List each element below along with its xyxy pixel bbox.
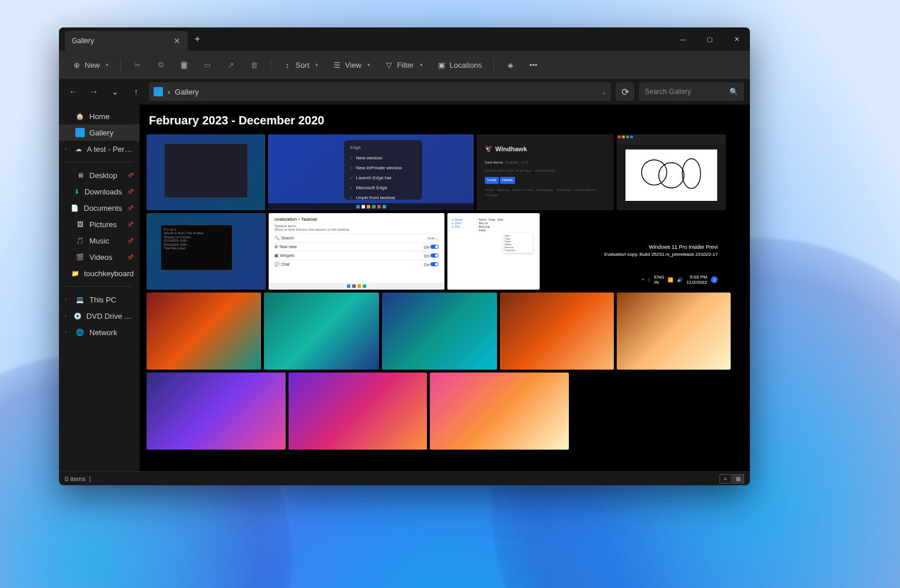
pin-icon: 📌 xyxy=(127,254,134,260)
gallery-icon xyxy=(75,128,85,137)
windhawk-label: Windhawk xyxy=(495,145,527,152)
refresh-button[interactable]: ⟳ xyxy=(616,82,634,101)
forward-button[interactable]: → xyxy=(86,83,102,100)
chevron-right-icon[interactable]: › xyxy=(65,329,71,335)
chevron-right-icon[interactable]: › xyxy=(65,146,70,152)
context-menu-item: New InPrivate window xyxy=(344,163,422,172)
gallery-thumb[interactable] xyxy=(382,293,497,370)
toolbar: ⊕ New ✂ ⧉ 📋 ▭ ↗ 🗑 ↕ Sort ☰ View ▽ Filter… xyxy=(59,51,750,79)
home-label: Home xyxy=(89,112,110,121)
gallery-group-title: February 2023 - December 2020 xyxy=(149,114,745,127)
copy-button[interactable]: ⧉ xyxy=(150,57,171,73)
plus-circle-icon: ⊕ xyxy=(72,60,81,69)
notification-badge: 2 xyxy=(711,276,718,283)
trash-icon: 🗑 xyxy=(249,60,259,69)
music-icon: 🎵 xyxy=(75,236,85,245)
gallery-thumb[interactable] xyxy=(617,293,731,370)
more-button[interactable]: ••• xyxy=(523,57,543,73)
chevron-right-icon[interactable]: › xyxy=(65,313,69,319)
sidebar-item-videos[interactable]: 🎬 Videos 📌 xyxy=(59,249,140,265)
gallery-thumb[interactable]: onalization › Taskbar Taskbar itemsShow … xyxy=(269,213,444,290)
gallery-content: February 2023 - December 2020 Edge New w… xyxy=(140,105,750,471)
recent-button[interactable]: ⌄ xyxy=(107,83,123,100)
tab-close-icon[interactable]: ✕ xyxy=(173,36,180,46)
sort-icon: ↕ xyxy=(283,60,292,69)
new-button[interactable]: ⊕ New xyxy=(66,57,114,73)
tab-gallery[interactable]: Gallery ✕ xyxy=(65,31,187,51)
divider xyxy=(66,162,133,162)
phone-link-button[interactable]: ◈ xyxy=(500,57,521,73)
gallery-thumb[interactable] xyxy=(147,134,265,210)
gallery-thumb[interactable]: Edge New window New InPrivate window Lau… xyxy=(268,134,474,210)
divider xyxy=(66,286,133,287)
close-button[interactable]: ✕ xyxy=(723,27,750,51)
dvd-label: DVD Drive (D:) CCC xyxy=(86,312,134,321)
disc-icon: 💿 xyxy=(74,311,82,321)
sidebar-item-pictures[interactable]: 🖼 Pictures 📌 xyxy=(59,216,140,232)
sidebar-item-music[interactable]: 🎵 Music 📌 xyxy=(59,232,140,249)
chevron-down-icon[interactable]: ⌄ xyxy=(602,89,606,95)
chevron-right-icon[interactable]: › xyxy=(65,297,71,302)
gallery-thumb[interactable] xyxy=(617,134,726,210)
watermark-line1: Windows 11 Pro Insider Previ xyxy=(604,243,718,251)
gallery-thumb[interactable] xyxy=(264,293,379,370)
sidebar-item-documents[interactable]: 📄 Documents 📌 xyxy=(59,200,140,216)
gallery-thumb[interactable]: ▸ Home▸ Docs▸ Pics Name · Date · Sizefil… xyxy=(447,213,540,290)
documents-label: Documents xyxy=(84,204,122,213)
divider xyxy=(120,58,121,71)
sidebar-item-touchkeyboard[interactable]: 📁 touchkeyboard xyxy=(59,265,140,281)
details-view-button[interactable]: ≡ xyxy=(720,474,731,483)
context-menu-item: New window xyxy=(344,154,422,162)
sidebar-item-thispc[interactable]: ›💻 This PC xyxy=(59,291,140,308)
videos-label: Videos xyxy=(89,253,113,262)
pictures-label: Pictures xyxy=(89,220,117,229)
documents-icon: 📄 xyxy=(71,203,79,213)
pictures-icon: 🖼 xyxy=(75,220,85,229)
refresh-icon: ⟳ xyxy=(621,86,629,98)
gallery-thumb[interactable] xyxy=(430,373,569,450)
share-button[interactable]: ↗ xyxy=(220,57,241,73)
gallery-thumb[interactable] xyxy=(500,293,614,370)
breadcrumb-gallery[interactable]: Gallery xyxy=(175,88,199,96)
gallery-thumb[interactable] xyxy=(147,293,261,370)
touchkeyboard-label: touchkeyboard xyxy=(84,269,134,278)
new-tab-button[interactable]: + xyxy=(187,34,207,44)
minimize-button[interactable]: — xyxy=(669,27,696,51)
sort-button[interactable]: ↕ Sort xyxy=(277,57,324,73)
network-label: Network xyxy=(89,328,117,337)
sidebar-item-dvd[interactable]: ›💿 DVD Drive (D:) CCC xyxy=(59,308,140,324)
network-icon: 🌐 xyxy=(75,328,85,337)
address-bar[interactable]: › Gallery ⌄ xyxy=(149,82,611,101)
sidebar-item-atest[interactable]: ›☁ A test - Personal xyxy=(59,141,140,157)
gallery-thumb[interactable]: Windows 11 Pro Insider Previ Evaluation … xyxy=(543,213,724,290)
locations-button[interactable]: ▣ Locations xyxy=(431,57,488,73)
search-box[interactable]: Search Gallery 🔍 xyxy=(639,82,744,101)
breadcrumb-sep: › xyxy=(168,88,170,96)
sidebar-item-home[interactable]: 🏠 Home xyxy=(59,108,140,124)
divider xyxy=(270,58,271,71)
gallery-thumb[interactable]: 🦅Windhawk Dark theme · enabled · v1.0 Fo… xyxy=(477,134,614,210)
sidebar-item-desktop[interactable]: 🖥 Desktop 📌 xyxy=(59,167,140,183)
delete-button[interactable]: 🗑 xyxy=(244,57,265,73)
filter-button[interactable]: ▽ Filter xyxy=(378,57,429,73)
maximize-button[interactable]: ▢ xyxy=(696,27,723,51)
sidebar-item-network[interactable]: ›🌐 Network xyxy=(59,324,140,340)
thumbnails-view-button[interactable]: ▦ xyxy=(732,474,744,483)
gallery-thumb[interactable] xyxy=(147,373,286,450)
cut-button[interactable]: ✂ xyxy=(127,57,148,73)
gallery-thumb[interactable]: C:\> dir /sVolume in drive C has no labe… xyxy=(147,213,266,290)
gallery-thumb[interactable] xyxy=(289,373,427,450)
sidebar-item-gallery[interactable]: Gallery xyxy=(59,124,140,141)
tab-title: Gallery xyxy=(72,37,94,45)
up-button[interactable]: ↑ xyxy=(128,83,144,100)
pc-icon: 💻 xyxy=(75,295,85,304)
rename-button[interactable]: ▭ xyxy=(197,57,218,73)
paste-button[interactable]: 📋 xyxy=(173,57,194,73)
image-icon: ▣ xyxy=(437,60,446,69)
sidebar-item-downloads[interactable]: ⬇ Downloads 📌 xyxy=(59,183,140,200)
filter-icon: ▽ xyxy=(384,60,394,69)
status-bar: 0 items | ≡ ▦ xyxy=(59,471,750,485)
view-icon: ☰ xyxy=(332,60,342,69)
view-button[interactable]: ☰ View xyxy=(326,57,376,73)
back-button[interactable]: ← xyxy=(65,83,81,100)
